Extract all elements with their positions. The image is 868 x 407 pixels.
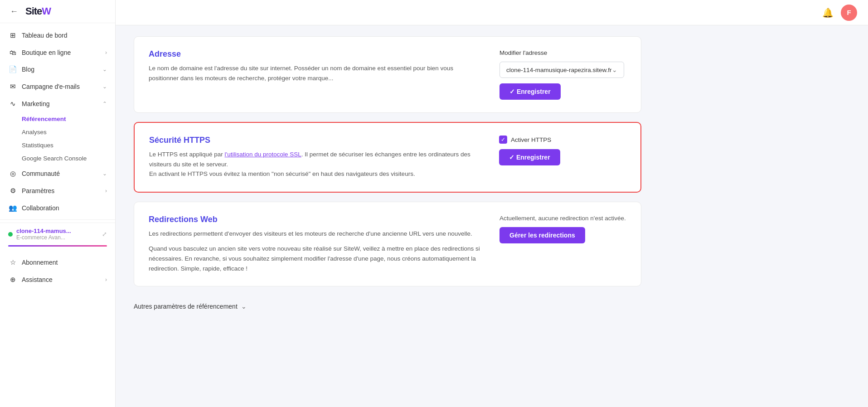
adresse-card-right: Modifier l'adresse clone-114-mamusique-r…: [499, 49, 626, 100]
https-title: Sécurité HTTPS: [149, 136, 481, 145]
adresse-card: Adresse Le nom de domaine est l'adresse …: [134, 36, 641, 113]
redirections-description1: Les redirections permettent d'envoyer de…: [149, 229, 481, 239]
external-link-icon: ⤢: [102, 231, 107, 237]
checkmark-icon: ✓: [501, 136, 505, 143]
sidebar-navigation: ⊞ Tableau de bord 🛍 Boutique en ligne › …: [0, 23, 115, 407]
site-name: clone-114-mamus...: [16, 228, 98, 234]
chevron-right-icon-3: ›: [105, 276, 107, 283]
https-card-left: Sécurité HTTPS Le HTTPS est appliqué par…: [149, 136, 481, 179]
redirections-card: Redirections Web Les redirections permet…: [134, 202, 641, 286]
redirections-title: Redirections Web: [149, 215, 481, 224]
domain-value: clone-114-mamusique-rapezira.sitew.fr: [506, 67, 612, 73]
redirect-status-text: Actuellement, aucune redirection n'est a…: [499, 215, 626, 222]
chevron-down-icon: ⌄: [102, 66, 107, 73]
adresse-card-left: Adresse Le nom de domaine est l'adresse …: [149, 49, 481, 83]
bell-icon: 🔔: [822, 8, 834, 18]
https-description: Le HTTPS est appliqué par l'utilisation …: [149, 150, 481, 179]
chevron-down-icon-2: ⌄: [102, 83, 107, 90]
redirections-description2: Quand vous basculez un ancien site vers …: [149, 244, 481, 273]
marketing-subnav: Référencement Analyses Statistiques Goog…: [0, 112, 115, 165]
assistance-icon: ⊕: [8, 276, 17, 284]
sidebar: ← SiteW ⊞ Tableau de bord 🛍 Boutique en …: [0, 0, 116, 407]
autres-parametres-toggle[interactable]: Autres paramètres de référencement ⌄: [134, 303, 641, 310]
avatar[interactable]: F: [841, 5, 857, 21]
notification-button[interactable]: 🔔: [822, 7, 834, 18]
back-button[interactable]: ←: [7, 6, 21, 17]
email-icon: ✉: [8, 82, 17, 91]
sidebar-item-abonnement[interactable]: ☆ Abonnement: [0, 254, 115, 271]
communaute-icon: ◎: [8, 170, 17, 178]
sidebar-item-analyses[interactable]: Analyses: [22, 126, 115, 139]
autres-parametres-section: Autres paramètres de référencement ⌄: [134, 296, 641, 314]
autres-parametres-label: Autres paramètres de référencement: [134, 303, 238, 310]
sidebar-header: ← SiteW: [0, 0, 115, 23]
chevron-right-icon-2: ›: [105, 188, 107, 194]
https-checkbox-row: ✓ Activer HTTPS: [499, 136, 551, 144]
parametres-icon: ⚙: [8, 187, 17, 195]
sidebar-item-collaboration[interactable]: 👥 Collaboration: [0, 199, 115, 217]
https-save-button[interactable]: ✓ Enregistrer: [499, 149, 560, 165]
modifier-adresse-label: Modifier l'adresse: [499, 49, 547, 56]
redirections-card-right: Actuellement, aucune redirection n'est a…: [499, 215, 626, 243]
collaboration-icon: 👥: [8, 204, 17, 212]
sidebar-item-assistance[interactable]: ⊕ Assistance ›: [0, 271, 115, 288]
adresse-description: Le nom de domaine est l'adresse du site …: [149, 63, 481, 83]
ssl-link[interactable]: l'utilisation du protocole SSL: [225, 151, 301, 158]
manage-redirections-button[interactable]: Gérer les redirections: [499, 227, 585, 243]
redirections-card-left: Redirections Web Les redirections permet…: [149, 215, 481, 273]
marketing-icon: ∿: [8, 100, 17, 108]
toggle-arrow-icon: ⌄: [241, 303, 247, 310]
abonnement-icon: ☆: [8, 258, 17, 266]
domain-dropdown[interactable]: clone-114-mamusique-rapezira.sitew.fr ⌄: [499, 62, 624, 78]
tableau-icon: ⊞: [8, 31, 17, 39]
sidebar-item-boutique[interactable]: 🛍 Boutique en ligne ›: [0, 44, 115, 61]
sidebar-item-campagne[interactable]: ✉ Campagne d'e-mails ⌄: [0, 78, 115, 95]
sidebar-item-statistiques[interactable]: Statistiques: [22, 139, 115, 152]
https-card: Sécurité HTTPS Le HTTPS est appliqué par…: [134, 122, 641, 193]
adresse-save-button[interactable]: ✓ Enregistrer: [499, 83, 561, 100]
site-info: clone-114-mamus... E-commerce Avan...: [16, 228, 98, 241]
chevron-up-icon: ⌃: [102, 101, 107, 107]
boutique-icon: 🛍: [8, 48, 17, 56]
https-checkbox[interactable]: ✓: [499, 136, 507, 144]
topbar: 🔔 F: [116, 0, 868, 25]
sidebar-item-communaute[interactable]: ◎ Communauté ⌄: [0, 165, 115, 182]
https-checkbox-label: Activer HTTPS: [511, 136, 551, 143]
sidebar-item-google-search-console[interactable]: Google Search Console: [22, 152, 115, 165]
sidebar-item-parametres[interactable]: ⚙ Paramètres ›: [0, 182, 115, 199]
sidebar-item-tableau-de-bord[interactable]: ⊞ Tableau de bord: [0, 27, 115, 44]
dropdown-arrow-icon: ⌄: [612, 66, 617, 73]
sidebar-item-blog[interactable]: 📄 Blog ⌄: [0, 61, 115, 78]
site-badge[interactable]: clone-114-mamus... E-commerce Avan... ⤢: [0, 223, 115, 245]
sidebar-item-marketing[interactable]: ∿ Marketing ⌃: [0, 95, 115, 112]
adresse-title: Adresse: [149, 49, 481, 59]
site-status-dot: [8, 232, 13, 237]
logo: SiteW: [25, 5, 51, 17]
chevron-right-icon: ›: [105, 49, 107, 56]
site-plan: E-commerce Avan...: [16, 234, 98, 241]
blog-icon: 📄: [8, 65, 17, 73]
sidebar-item-referencement[interactable]: Référencement: [22, 112, 115, 126]
https-card-right: ✓ Activer HTTPS ✓ Enregistrer: [499, 136, 626, 165]
main-content: Adresse Le nom de domaine est l'adresse …: [116, 0, 868, 407]
chevron-down-icon-3: ⌄: [102, 170, 107, 177]
